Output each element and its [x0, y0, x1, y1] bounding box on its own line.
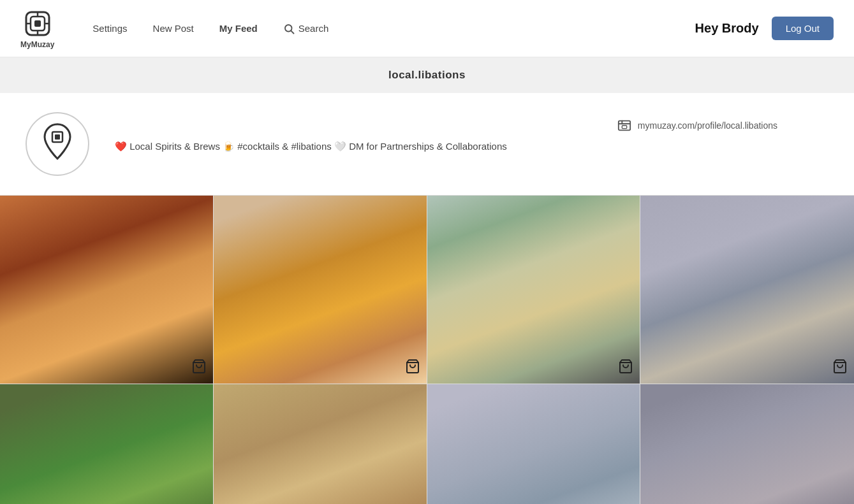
cart-icon[interactable] [405, 359, 420, 377]
posts-grid [0, 195, 854, 504]
svg-line-4 [291, 31, 293, 33]
nav-links: Settings New Post My Feed Search [92, 23, 695, 34]
cart-icon[interactable] [832, 359, 848, 377]
post-image [427, 196, 640, 384]
nav-settings[interactable]: Settings [92, 23, 127, 34]
logout-button[interactable]: Log Out [772, 17, 834, 40]
profile-section: mymuzay.com/profile/local.libations ❤️ L… [0, 93, 854, 176]
greeting-text: Hey Brody [695, 21, 759, 36]
link-icon [617, 119, 631, 133]
post-cell[interactable] [0, 196, 214, 384]
navbar: MyMuzay Settings New Post My Feed Search… [0, 0, 854, 57]
nav-my-feed[interactable]: My Feed [219, 23, 258, 34]
svg-rect-8 [622, 126, 626, 129]
avatar [26, 112, 89, 176]
profile-bio: ❤️ Local Spirits & Brews 🍺 #cocktails & … [115, 139, 828, 154]
post-cell[interactable] [214, 384, 427, 504]
search-label: Search [298, 23, 329, 34]
cart-icon[interactable] [618, 359, 633, 377]
post-image [427, 384, 640, 504]
profile-left [26, 112, 89, 176]
post-cell[interactable] [427, 384, 641, 504]
post-cell[interactable] [0, 384, 214, 504]
profile-url-area: mymuzay.com/profile/local.libations [617, 119, 777, 133]
profile-url: mymuzay.com/profile/local.libations [638, 120, 777, 131]
post-cell[interactable] [640, 196, 854, 384]
nav-right: Hey Brody Log Out [695, 17, 834, 40]
post-image [0, 196, 213, 384]
nav-new-post[interactable]: New Post [153, 23, 194, 34]
profile-banner: local.libations [0, 57, 854, 93]
logo[interactable]: MyMuzay [20, 8, 54, 49]
post-image [214, 384, 427, 504]
profile-username: local.libations [388, 69, 466, 81]
post-cell[interactable] [427, 196, 641, 384]
post-image [0, 384, 213, 504]
post-cell[interactable] [640, 384, 854, 504]
post-image [640, 384, 854, 504]
cart-icon[interactable] [191, 359, 207, 377]
logo-icon [22, 8, 53, 39]
svg-rect-6 [55, 134, 60, 140]
svg-rect-2 [34, 20, 41, 27]
nav-search[interactable]: Search [283, 23, 329, 34]
profile-right: mymuzay.com/profile/local.libations ❤️ L… [89, 112, 828, 154]
post-image [640, 196, 854, 384]
search-icon [283, 23, 295, 34]
post-image [214, 196, 427, 384]
post-cell[interactable] [214, 196, 427, 384]
logo-text: MyMuzay [20, 40, 54, 49]
avatar-icon [38, 122, 77, 166]
